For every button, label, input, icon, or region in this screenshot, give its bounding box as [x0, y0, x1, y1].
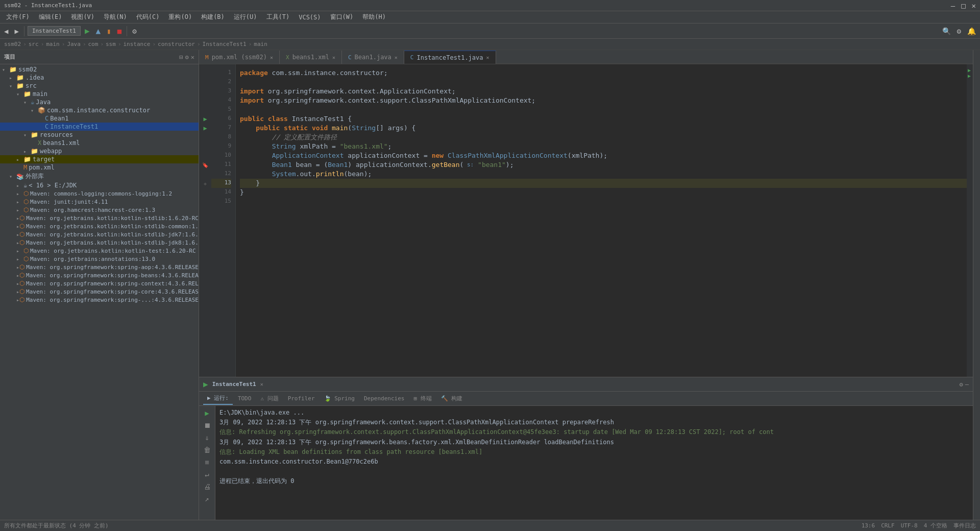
tab-todo[interactable]: TODO [234, 393, 256, 404]
collapse-all-btn[interactable]: ⊟ [179, 54, 183, 61]
external-btn[interactable]: ↗ [204, 494, 210, 504]
stop-run-btn[interactable]: ⏹ [203, 420, 212, 430]
tree-item-package[interactable]: ▾ 📦 com.ssm.instance.constructor [0, 106, 199, 114]
tab-pom[interactable]: M pom.xml (ssm02) ✕ [199, 51, 280, 64]
breadcrumb-main-method[interactable]: main [254, 41, 267, 47]
tree-item-maven-kotlin-stdlib[interactable]: ▸ ⬡ Maven: org.jetbrains.kotlin:kotlin-s… [0, 214, 199, 222]
tree-item-maven-annotations[interactable]: ▸ ⬡ Maven: org.jetbrains:annotations:13.… [0, 255, 199, 263]
forward-btn[interactable]: ▶ [12, 26, 20, 36]
run-icon[interactable]: ▶ [203, 379, 208, 389]
clear-btn[interactable]: 🗑 [203, 445, 212, 455]
window-controls[interactable]: — □ ✕ [951, 2, 976, 10]
gutter-7[interactable]: ▶ [199, 124, 211, 133]
tab-close-instancetest1[interactable]: ✕ [486, 55, 489, 60]
tab-close-bean1[interactable]: ✕ [395, 55, 398, 60]
tree-item-maven-spring-beans[interactable]: ▸ ⬡ Maven: org.springframework:spring-be… [0, 271, 199, 279]
gutter-6[interactable]: ▶ [199, 114, 211, 124]
tree-item-target[interactable]: ▸ 📁 target [0, 155, 199, 163]
menu-run[interactable]: 运行(U) [230, 12, 261, 22]
tree-item-maven-spring-core[interactable]: ▸ ⬡ Maven: org.springframework:spring-co… [0, 287, 199, 296]
menu-edit[interactable]: 编辑(E) [35, 12, 66, 22]
back-btn[interactable]: ◀ [2, 26, 10, 36]
stop-btn[interactable]: ■ [115, 26, 124, 36]
tab-terminal[interactable]: ⊞ 终端 [409, 393, 435, 404]
settings-btn[interactable]: ⚙ [130, 26, 138, 36]
tab-dependencies[interactable]: Dependencies [360, 393, 408, 404]
status-crlf[interactable]: CRLF [881, 522, 895, 529]
breadcrumb-com[interactable]: com [88, 41, 99, 47]
tree-item-maven-spring-aop[interactable]: ▸ ⬡ Maven: org.springframework:spring-ao… [0, 263, 199, 271]
menu-file[interactable]: 文件(F) [2, 12, 34, 22]
maximize-btn[interactable]: □ [961, 2, 965, 10]
menu-code[interactable]: 代码(C) [132, 12, 164, 22]
breadcrumb-ssm02[interactable]: ssm02 [4, 41, 21, 47]
tree-item-maven-spring-more[interactable]: ▸ ⬡ Maven: org.springframework:spring-..… [0, 296, 199, 304]
close-btn[interactable]: ✕ [972, 2, 976, 10]
tree-item-idea[interactable]: ▸ 📁 .idea [0, 74, 199, 82]
tree-item-jdk[interactable]: ▸ ☕ < 16 > E:/JDK [0, 181, 199, 189]
tab-close-pom[interactable]: ✕ [270, 55, 273, 60]
menu-refactor[interactable]: 重构(O) [164, 12, 196, 22]
search-everywhere-btn[interactable]: 🔍 [940, 26, 953, 36]
status-encoding[interactable]: UTF-8 [901, 522, 918, 529]
breadcrumb-src[interactable]: src [29, 41, 39, 47]
tree-item-maven-kotlin-jdk8[interactable]: ▸ ⬡ Maven: org.jetbrains.kotlin:kotlin-s… [0, 238, 199, 247]
menu-vcs[interactable]: VCS(S) [295, 13, 325, 22]
scroll-end-btn[interactable]: ⇓ [204, 432, 210, 443]
tab-close-beans1[interactable]: ✕ [332, 55, 335, 60]
breadcrumb-instance[interactable]: instance [124, 41, 151, 47]
tab-problems[interactable]: ⚠ 问题 [256, 393, 282, 404]
run-settings-btn[interactable]: ⚙ [960, 381, 963, 388]
settings-sidebar-btn[interactable]: ⚙ [185, 54, 189, 61]
menu-navigate[interactable]: 导航(N) [100, 12, 131, 22]
settings-btn2[interactable]: ⚙ [955, 26, 963, 36]
tree-item-maven-spring-context[interactable]: ▸ ⬡ Maven: org.springframework:spring-co… [0, 279, 199, 287]
tab-instancetest1[interactable]: C InstanceTest1.java ✕ [404, 51, 496, 64]
breadcrumb-ssm[interactable]: ssm [106, 41, 116, 47]
tree-item-java[interactable]: ▾ ☕ Java [0, 98, 199, 106]
run-line6-btn[interactable]: ▶ [203, 115, 207, 123]
tree-item-src[interactable]: ▾ 📁 src [0, 82, 199, 90]
tree-item-ssm02[interactable]: ▾ 📁 ssm02 [0, 65, 199, 74]
menu-window[interactable]: 窗口(W) [326, 12, 358, 22]
breadcrumb-java[interactable]: Java [67, 41, 81, 47]
debug-btn[interactable]: ▲ [94, 25, 103, 37]
tree-item-webapp[interactable]: ▸ 📁 webapp [0, 147, 199, 155]
tab-run[interactable]: ▶ 运行: [203, 392, 233, 405]
notifications-btn[interactable]: 🔔 [965, 26, 978, 36]
tree-item-bean1[interactable]: ▸ C Bean1 [0, 114, 199, 123]
tree-item-maven-kotlin-jdk7[interactable]: ▸ ⬡ Maven: org.jetbrains.kotlin:kotlin-s… [0, 230, 199, 238]
menu-view[interactable]: 视图(V) [67, 12, 99, 22]
rerun-btn[interactable]: ▶ [204, 408, 210, 418]
tab-profiler[interactable]: Profiler [284, 393, 319, 404]
run-config-selector[interactable]: InstanceTest1 [28, 26, 81, 36]
run-line7-btn[interactable]: ▶ [203, 125, 207, 132]
tree-item-maven-commons[interactable]: ▸ ⬡ Maven: commons-logging:commons-loggi… [0, 189, 199, 198]
status-event-log[interactable]: 事件日志 [953, 522, 976, 529]
status-indent[interactable]: 4 个空格 [924, 522, 947, 529]
print-btn[interactable]: 🖨 [203, 481, 212, 492]
code-scroll-area[interactable]: package com.ssm.instance.constructor; im… [236, 64, 967, 377]
tree-item-maven-hamcrest[interactable]: ▸ ⬡ Maven: org.hamcrest:hamcrest-core:1.… [0, 206, 199, 214]
tab-beans1[interactable]: X beans1.xml ✕ [280, 51, 342, 64]
minimize-btn[interactable]: — [951, 2, 955, 10]
code-content[interactable]: package com.ssm.instance.constructor; im… [236, 64, 967, 206]
breadcrumb-constructor[interactable]: constructor [158, 41, 195, 47]
menu-build[interactable]: 构建(B) [197, 12, 229, 22]
tab-bean1[interactable]: C Bean1.java ✕ [342, 51, 404, 64]
status-position[interactable]: 13:6 [862, 522, 875, 529]
wrap-btn[interactable]: ↵ [204, 469, 210, 479]
bookmark-gutter[interactable]: 🔖 [202, 162, 208, 168]
run-btn[interactable]: ▶ [83, 25, 92, 37]
run-with-coverage-btn[interactable]: ▮ [105, 26, 113, 36]
tree-item-instancetest1[interactable]: ▸ C InstanceTest1 [0, 123, 199, 131]
tree-item-beans1xml[interactable]: ▸ X beans1.xml [0, 139, 199, 147]
tree-item-resources[interactable]: ▾ 📁 resources [0, 131, 199, 139]
tree-item-extlibs[interactable]: ▾ 📚 外部库 [0, 172, 199, 181]
run-minimize-btn[interactable]: — [965, 381, 969, 388]
tree-item-maven-junit[interactable]: ▸ ⬡ Maven: junit:junit:4.11 [0, 198, 199, 206]
tab-build[interactable]: 🔨 构建 [437, 393, 467, 404]
tab-spring[interactable]: 🍃 Spring [320, 393, 359, 404]
hide-sidebar-btn[interactable]: ✕ [191, 54, 194, 61]
menu-help[interactable]: 帮助(H) [358, 12, 390, 22]
